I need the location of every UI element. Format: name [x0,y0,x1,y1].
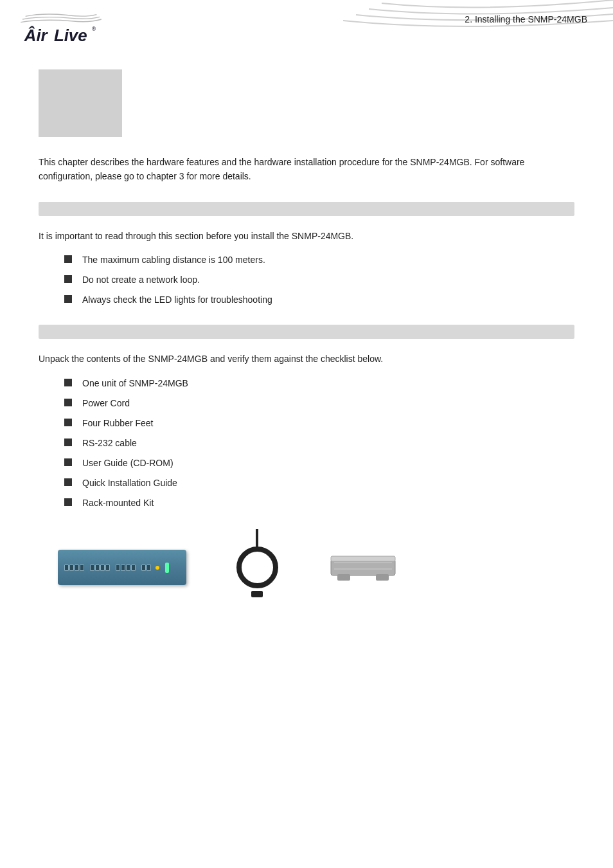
svg-text:®: ® [92,26,96,32]
list-item: RS-232 cable [64,437,574,450]
main-content: This chapter describes the hardware feat… [0,155,613,626]
package-contents-divider [39,325,574,339]
bullet-icon [64,439,72,446]
page-header: Âir Live ® 2. Installing the SNMP-24MGB [0,0,613,50]
list-item: Four Rubber Feet [64,417,574,430]
chapter-label: 2. Installing the SNMP-24MGB [465,14,587,24]
svg-rect-6 [376,574,389,581]
bullet-icon [64,419,72,426]
list-item: Do not create a network loop. [64,273,574,287]
switch-ports [64,563,169,573]
svg-text:Live: Live [54,26,87,44]
bullet-icon [64,255,72,263]
package-contents-list: One unit of SNMP-24MGB Power Cord Four R… [64,377,574,510]
list-item: Power Cord [64,397,574,410]
svg-rect-4 [331,556,395,561]
bullet-icon [64,498,72,506]
logo-area: Âir Live ® [19,12,103,50]
svg-rect-3 [331,559,395,575]
bullet-icon [64,275,72,283]
chapter-image-placeholder [39,69,122,137]
rubber-feet-image [328,550,398,585]
list-item: One unit of SNMP-24MGB [64,377,574,390]
bullet-icon [64,379,72,386]
svg-text:Âir: Âir [24,26,49,44]
product-images-row [39,536,574,600]
bullet-icon [64,295,72,303]
switch-image [58,550,186,585]
list-item: Always check the LED lights for troubles… [64,293,574,307]
bullet-icon [64,399,72,406]
decorative-swoosh [317,0,613,58]
bullet-icon [64,458,72,466]
list-item: The maximum cabling distance is 100 mete… [64,253,574,267]
list-item: Rack-mounted Kit [64,496,574,510]
svg-rect-5 [337,574,350,581]
list-item: User Guide (CD-ROM) [64,457,574,470]
before-install-divider [39,202,574,216]
power-cord-image [225,536,289,600]
before-install-text: It is important to read through this sec… [39,229,574,243]
list-item: Quick Installation Guide [64,476,574,490]
intro-paragraph: This chapter describes the hardware feat… [39,155,574,184]
bullet-icon [64,478,72,486]
airlive-logo: Âir Live ® [19,12,103,50]
before-install-list: The maximum cabling distance is 100 mete… [64,253,574,307]
package-contents-text: Unpack the contents of the SNMP-24MGB an… [39,352,574,366]
